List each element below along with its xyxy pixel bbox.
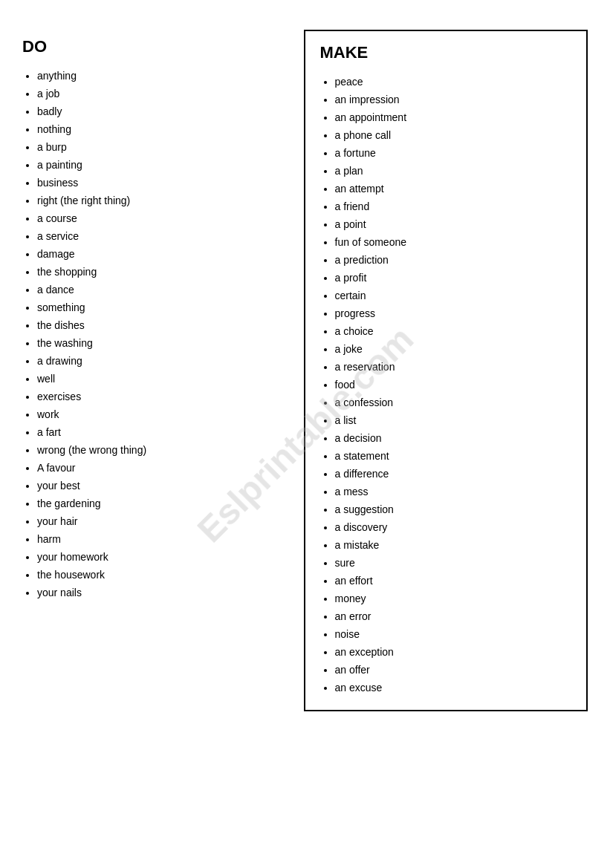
list-item: business	[37, 175, 274, 191]
list-item: a phone call	[335, 128, 572, 143]
list-item: a plan	[335, 163, 572, 179]
list-item: a painting	[37, 157, 274, 173]
do-title: DO	[22, 37, 274, 56]
list-item: a profit	[335, 270, 572, 286]
list-item: an attempt	[335, 181, 572, 197]
list-item: a suggestion	[335, 502, 572, 518]
list-item: a choice	[335, 324, 572, 339]
list-item: exercises	[37, 389, 274, 405]
list-item: certain	[335, 288, 572, 304]
list-item: wrong (the wrong thing)	[37, 443, 274, 458]
list-item: a discovery	[335, 520, 572, 535]
list-item: an error	[335, 609, 572, 624]
list-item: the washing	[37, 336, 274, 351]
list-item: a burp	[37, 140, 274, 155]
list-item: a friend	[335, 199, 572, 215]
list-item: a joke	[335, 342, 572, 357]
list-item: well	[37, 371, 274, 387]
list-item: work	[37, 407, 274, 422]
make-section: MAKE peacean impressionan appointmenta p…	[304, 30, 588, 711]
list-item: an impression	[335, 92, 572, 108]
make-title: MAKE	[320, 43, 572, 62]
list-item: a mess	[335, 484, 572, 500]
list-item: an excuse	[335, 680, 572, 696]
list-item: nothing	[37, 122, 274, 137]
make-list: peacean impressionan appointmenta phone …	[320, 74, 572, 696]
list-item: an offer	[335, 662, 572, 678]
list-item: damage	[37, 247, 274, 262]
list-item: A favour	[37, 460, 274, 476]
list-item: harm	[37, 532, 274, 547]
list-item: a course	[37, 211, 274, 226]
list-item: a fart	[37, 425, 274, 440]
list-item: your nails	[37, 585, 274, 601]
list-item: progress	[335, 306, 572, 322]
list-item: something	[37, 300, 274, 316]
list-item: an exception	[335, 645, 572, 660]
list-item: badly	[37, 104, 274, 120]
list-item: the housework	[37, 567, 274, 583]
list-item: noise	[335, 627, 572, 642]
list-item: a prediction	[335, 252, 572, 268]
list-item: a decision	[335, 431, 572, 446]
list-item: a reservation	[335, 359, 572, 375]
list-item: a job	[37, 86, 274, 102]
list-item: a statement	[335, 448, 572, 464]
list-item: a difference	[335, 466, 572, 482]
list-item: the shopping	[37, 264, 274, 280]
list-item: a drawing	[37, 353, 274, 369]
list-item: a dance	[37, 282, 274, 298]
list-item: food	[335, 377, 572, 393]
list-item: sure	[335, 555, 572, 571]
list-item: a fortune	[335, 146, 572, 161]
list-item: a service	[37, 229, 274, 244]
page-container: DO anythinga jobbadlynothinga burpa pain…	[22, 30, 588, 711]
list-item: a mistake	[335, 538, 572, 553]
list-item: an effort	[335, 573, 572, 589]
list-item: a confession	[335, 395, 572, 411]
list-item: your best	[37, 478, 274, 494]
list-item: the gardening	[37, 496, 274, 512]
list-item: right (the right thing)	[37, 193, 274, 209]
list-item: peace	[335, 74, 572, 90]
list-item: anything	[37, 68, 274, 84]
list-item: money	[335, 591, 572, 607]
list-item: a list	[335, 413, 572, 428]
list-item: a point	[335, 217, 572, 232]
list-item: fun of someone	[335, 235, 572, 250]
do-section: DO anythinga jobbadlynothinga burpa pain…	[22, 30, 274, 603]
do-list: anythinga jobbadlynothinga burpa paintin…	[22, 68, 274, 601]
list-item: your hair	[37, 514, 274, 529]
list-item: an appointment	[335, 110, 572, 125]
list-item: the dishes	[37, 318, 274, 333]
list-item: your homework	[37, 549, 274, 565]
